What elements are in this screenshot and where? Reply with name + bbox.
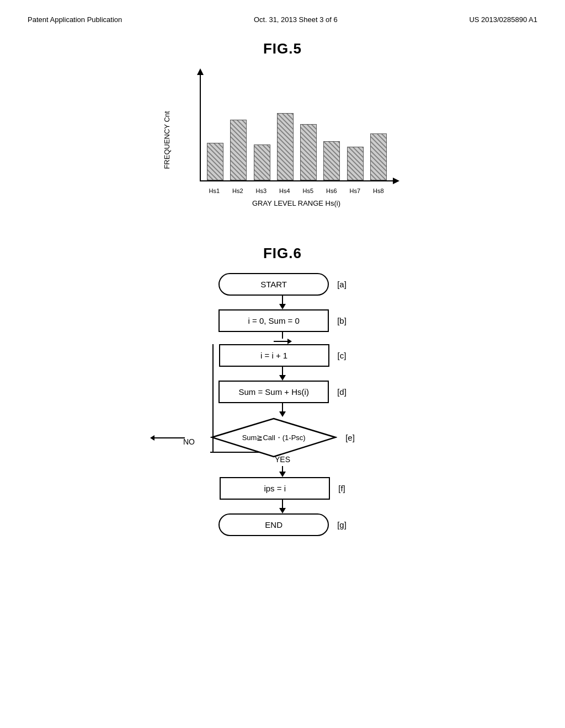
x-label-Hs3: Hs3 (253, 188, 269, 194)
fig5-chart-container: FREQUENCY Cnt Hs1Hs2Hs3Hs4Hs5Hs6Hs7Hs8 G… (44, 68, 521, 212)
h-arrow (274, 339, 292, 344)
bars-group (201, 74, 393, 180)
connector-bc-h (167, 332, 398, 344)
arrow-down (279, 508, 286, 513)
flow-label-d: [d] (337, 387, 347, 397)
bar-4 (277, 113, 294, 180)
flow-row-d: Sum = Sum + Hs(i) [d] (167, 381, 398, 403)
connector-cd (167, 367, 398, 381)
page-content: FIG.5 FREQUENCY Cnt Hs1Hs2Hs3Hs4Hs5Hs6Hs… (0, 24, 565, 553)
bar-7 (347, 147, 364, 180)
hline (274, 341, 287, 342)
vline (282, 500, 283, 508)
bar-3 (254, 144, 270, 180)
flow-node-f: ips = i (220, 477, 330, 500)
flow-node-d: Sum = Sum + Hs(i) (218, 381, 329, 403)
flow-label-g: [g] (337, 520, 347, 529)
flow-row-a: START [a] (167, 273, 398, 296)
connector-bc (274, 332, 292, 344)
bar-5 (300, 124, 317, 180)
x-axis-title: GRAY LEVEL RANGE Hs(i) (200, 199, 393, 207)
chart-wrapper: FREQUENCY Cnt Hs1Hs2Hs3Hs4Hs5Hs6Hs7Hs8 G… (167, 68, 398, 212)
fig5-title: FIG.5 (44, 40, 521, 57)
flow-row-c: i = i + 1 [c] (167, 344, 398, 367)
flow-row-e: Sum≧Call・(1-Psc) [e] (167, 417, 398, 458)
x-label-Hs7: Hs7 (347, 188, 363, 194)
flow-node-c: i = i + 1 (219, 344, 329, 367)
x-label-Hs4: Hs4 (276, 188, 293, 194)
header-right: US 2013/0285890 A1 (469, 15, 537, 24)
x-label-Hs5: Hs5 (300, 188, 316, 194)
x-label-Hs8: Hs8 (370, 188, 387, 194)
vline (282, 296, 283, 304)
x-axis-labels: Hs1Hs2Hs3Hs4Hs5Hs6Hs7Hs8 (200, 188, 393, 194)
arrow-down (279, 411, 286, 417)
arrow-down (279, 472, 286, 477)
flow-node-end: END (218, 513, 329, 536)
flow-node-b: i = 0, Sum = 0 (218, 309, 329, 332)
fig6-section: FIG.6 START [a] i = 0, (44, 245, 521, 536)
bar-1 (207, 143, 223, 180)
flow-label-f: [f] (338, 484, 345, 493)
flow-label-a: [a] (337, 280, 347, 289)
header-left: Patent Application Publication (28, 15, 122, 24)
x-label-Hs2: Hs2 (230, 188, 246, 194)
vline (282, 403, 283, 411)
flow-row-g: END [g] (167, 513, 398, 536)
flow-row-f: ips = i [f] (167, 477, 398, 500)
bar-2 (230, 120, 247, 181)
right-arrow (287, 339, 292, 344)
y-axis-label: FREQUENCY Cnt (163, 111, 171, 169)
arrow-down (279, 375, 286, 381)
diamond-text: Sum≧Call・(1-Psc) (242, 433, 306, 443)
connector-de (167, 403, 398, 417)
flow-node-start: START (218, 273, 329, 296)
vline (282, 466, 283, 472)
vline (282, 332, 283, 339)
flow-diamond: Sum≧Call・(1-Psc) (210, 417, 337, 458)
connector-fg (167, 500, 398, 513)
flowchart-container: START [a] i = 0, Sum = 0 [b] (44, 273, 521, 536)
loop-region: i = i + 1 [c] Sum = Sum + Hs(i) [d] (167, 344, 398, 453)
hline-no (154, 437, 185, 438)
vline (282, 367, 283, 375)
flow-row-b: i = 0, Sum = 0 [b] (167, 309, 398, 332)
flow-label-b: [b] (337, 316, 347, 325)
connector-ef (167, 466, 398, 477)
bar-6 (323, 141, 340, 180)
x-label-Hs6: Hs6 (323, 188, 340, 194)
page-header: Patent Application Publication Oct. 31, … (0, 0, 565, 24)
header-center: Oct. 31, 2013 Sheet 3 of 6 (254, 15, 338, 24)
chart-area (200, 74, 393, 181)
left-arrow (150, 435, 154, 441)
connector-ab (167, 296, 398, 309)
flowchart: START [a] i = 0, Sum = 0 [b] (167, 273, 398, 536)
fig6-title: FIG.6 (44, 245, 521, 262)
arrow-down (279, 304, 286, 309)
bar-8 (370, 133, 387, 180)
no-branch (150, 435, 185, 441)
flow-label-c: [c] (338, 351, 347, 360)
x-label-Hs1: Hs1 (206, 188, 222, 194)
flow-label-e: [e] (345, 433, 355, 442)
